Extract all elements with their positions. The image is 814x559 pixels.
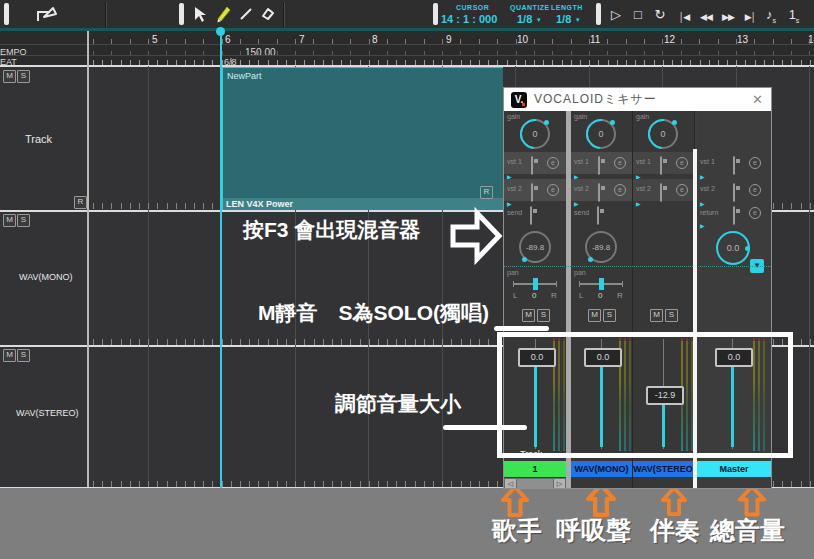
toolbar-grip[interactable] (4, 3, 9, 25)
vst1-label: vst 1 (700, 158, 715, 165)
stop-button[interactable]: □ (629, 7, 647, 23)
transport-grip[interactable] (596, 3, 601, 25)
expand-icon[interactable]: ▶ (700, 201, 705, 207)
return-edit-icon[interactable]: e (749, 207, 761, 219)
vst-edit-icon[interactable]: e (547, 157, 559, 169)
gain-knob[interactable]: 0 (586, 119, 616, 149)
vst-power-icon[interactable] (531, 183, 533, 202)
scroll-right-icon[interactable]: ▷ (553, 478, 566, 488)
track3-name[interactable]: WAV(STEREO) (16, 408, 79, 418)
vst-edit-icon[interactable]: e (614, 184, 626, 196)
gain-knob[interactable]: 0 (520, 119, 550, 149)
track2-name[interactable]: WAV(MONO) (19, 272, 73, 282)
vst1-slot[interactable]: vst 1 e (697, 152, 771, 174)
tools-grip[interactable] (179, 3, 184, 25)
mixer-hscrollbar[interactable]: ◁ ▷ (504, 478, 566, 488)
pointer-tool-icon[interactable] (192, 6, 209, 23)
strip-tab-master[interactable]: Master (697, 461, 771, 477)
vst-power-icon[interactable] (598, 183, 600, 202)
vst2-slot[interactable]: vst 2 e (504, 179, 566, 201)
vst-power-icon[interactable] (733, 156, 735, 175)
track3-solo-button[interactable]: S (17, 349, 30, 362)
mixer-solo-button[interactable]: S (603, 309, 616, 322)
vst-edit-icon[interactable]: e (676, 184, 688, 196)
fast-forward-button[interactable]: ▶▶ (718, 9, 738, 25)
vst-power-icon[interactable] (531, 156, 533, 175)
expand-icon[interactable]: ▶ (636, 201, 641, 207)
expand-icon[interactable]: ▶ (574, 201, 579, 207)
mixer-solo-button[interactable]: S (537, 309, 550, 322)
strip-tab-wavmono[interactable]: WAV(MONO) (571, 461, 632, 477)
annotation-pointer-line (443, 425, 527, 430)
track2-solo-button[interactable]: S (17, 214, 30, 227)
track2-mute-button[interactable]: M (3, 214, 16, 227)
playhead-marker[interactable] (216, 27, 225, 36)
strip-tab-wavstereo[interactable]: WAV(STEREO) (633, 461, 694, 477)
track1-mute-button[interactable]: M (3, 70, 16, 83)
mixer-mute-button[interactable]: M (522, 309, 535, 322)
step-note-button[interactable]: ♪s (763, 7, 779, 29)
quantize-value[interactable]: 1/8 (517, 13, 532, 25)
mixer-mute-button[interactable]: M (650, 309, 663, 322)
pencil-tool-icon[interactable] (214, 4, 233, 24)
strip-tab-track[interactable]: 1 (504, 461, 566, 477)
go-to-end-button[interactable]: ▶│ (740, 9, 760, 25)
play-button[interactable]: ▷ (607, 7, 625, 23)
mixer-solo-button[interactable]: S (665, 309, 678, 322)
gain-knob[interactable]: 0 (648, 119, 678, 149)
send-knob[interactable]: -89.8 (585, 231, 617, 263)
pan-slider[interactable] (513, 283, 557, 285)
return-label: return (700, 209, 718, 216)
length-value[interactable]: 1/8 (556, 13, 571, 25)
rewind-button[interactable]: ◀◀ (696, 9, 716, 25)
region-record-button[interactable]: R (480, 186, 493, 199)
track1-record-button[interactable]: R (74, 196, 87, 209)
expand-icon[interactable]: ▶ (507, 201, 512, 207)
vst-edit-icon[interactable]: e (547, 184, 559, 196)
return-power-icon[interactable] (733, 206, 735, 225)
vst2-slot[interactable]: vst 2 e (633, 179, 694, 201)
length-dropdown-icon[interactable]: ▾ (576, 16, 580, 24)
vst2-slot[interactable]: vst 2 e (571, 179, 632, 201)
vst-power-icon[interactable] (733, 183, 735, 202)
mixer-mute-button[interactable]: M (588, 309, 601, 322)
vst1-slot[interactable]: vst 1 e (504, 152, 566, 174)
loop-button[interactable]: ↻ (651, 7, 669, 23)
newpart-region[interactable]: NewPart R LEN V4X Power (221, 67, 503, 210)
go-to-start-button[interactable]: │◀ (674, 9, 694, 25)
import-icon[interactable] (36, 5, 60, 24)
vst-power-icon[interactable] (660, 183, 662, 202)
note-length-button[interactable]: 1s (786, 7, 802, 29)
mixer-close-icon[interactable]: ✕ (752, 92, 763, 107)
vst-edit-icon[interactable]: e (676, 157, 688, 169)
scroll-left-icon[interactable]: ◁ (504, 478, 517, 488)
eraser-tool-icon[interactable] (258, 6, 276, 22)
send-power-icon[interactable] (597, 206, 599, 225)
mixer-titlebar[interactable]: V. VOCALOIDミキサー ✕ (504, 88, 771, 111)
send-knob[interactable]: -89.8 (519, 231, 551, 263)
send-power-icon[interactable] (530, 206, 532, 225)
timeline-ruler[interactable]: 5 6 7 8 9 10 11 12 13 14 EMPO 150.00 EAT… (0, 31, 814, 66)
cursor-grip[interactable] (433, 3, 438, 25)
vst1-slot[interactable]: vst 1 e (571, 152, 632, 174)
expand-icon[interactable]: ▶ (700, 223, 705, 229)
vst-edit-icon[interactable]: e (749, 184, 761, 196)
vst-power-icon[interactable] (598, 156, 600, 175)
region-name: NewPart (227, 71, 262, 81)
vst-edit-icon[interactable]: e (614, 157, 626, 169)
vst2-slot[interactable]: vst 2 e (697, 179, 771, 201)
vst-power-icon[interactable] (660, 156, 662, 175)
quantize-dropdown-icon[interactable]: ▾ (537, 16, 541, 24)
track1-name[interactable]: Track (25, 133, 52, 145)
vst1-slot[interactable]: vst 1 e (633, 152, 694, 174)
cursor-position-value[interactable]: 14 : 1 : 000 (441, 13, 497, 25)
scroll-track[interactable] (517, 478, 553, 488)
track3-mute-button[interactable]: M (3, 349, 16, 362)
playhead-line[interactable] (220, 30, 222, 488)
pan-slider[interactable] (579, 283, 623, 285)
vst-edit-icon[interactable]: e (749, 157, 761, 169)
pan-label: pan (507, 269, 519, 276)
master-return-knob[interactable]: 0.0 (716, 231, 750, 265)
track1-solo-button[interactable]: S (17, 70, 30, 83)
line-tool-icon[interactable] (238, 6, 254, 22)
